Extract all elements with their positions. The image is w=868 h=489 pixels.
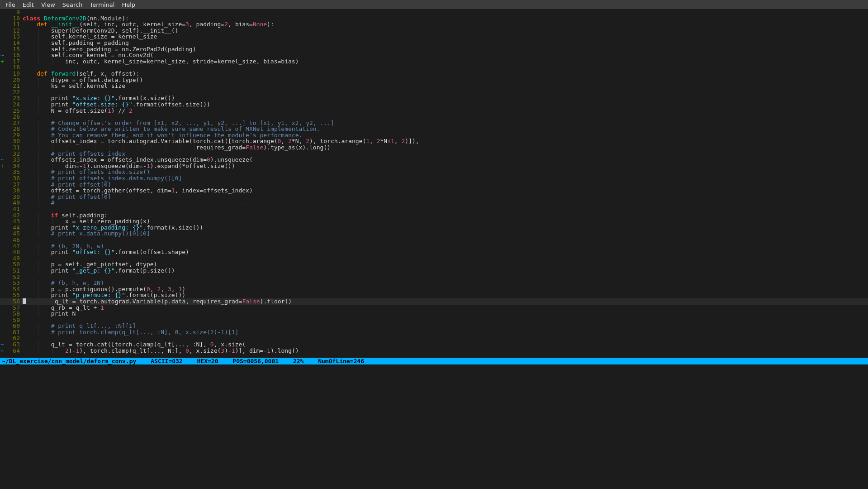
code-content[interactable] [23, 89, 868, 96]
menu-file[interactable]: File [2, 0, 19, 9]
code-content[interactable]: ¦ ¦ 2)-1), torch.clamp(q_lt[..., N:], 0,… [23, 348, 868, 354]
code-line[interactable]: 29 ¦ # You can remove them, and it won't… [0, 132, 868, 139]
code-content[interactable]: ¦ self.kernel_size = kernel_size [23, 34, 868, 40]
code-line[interactable]: 35 ¦ # print offsets_index.size() [0, 169, 868, 175]
code-content[interactable]: ¦ ¦ dim=-1).unsqueeze(dim=-1).expand(*of… [23, 163, 868, 169]
code-line[interactable]: 54 ¦ p = p.contiguous().permute(0, 2, 3,… [0, 286, 868, 292]
code-content[interactable]: ¦ ¦ ¦ ¦ ¦ ¦ ¦ ¦ ¦ ¦ ¦ ¦requires_grad=Fal… [23, 144, 868, 151]
code-line[interactable]: 41 [0, 206, 868, 212]
menu-search[interactable]: Search [59, 0, 86, 9]
code-line[interactable]: 21 ¦ ks = self.kernel_size [0, 83, 868, 89]
code-content[interactable]: def forward(self, x, offset): [23, 71, 868, 77]
code-line[interactable]: +34 ¦ ¦ dim=-1).unsqueeze(dim=-1).expand… [0, 163, 868, 169]
code-content[interactable] [23, 274, 868, 280]
code-line[interactable]: 27 ¦ # Change offset's order from [x1, x… [0, 120, 868, 126]
code-line[interactable]: 18 [0, 64, 868, 71]
code-line[interactable]: 30 ¦ offsets_index = torch.autograd.Vari… [0, 138, 868, 144]
code-content[interactable]: ¦ # (b, h, w, 2N) [23, 280, 868, 286]
code-line[interactable]: 38 ¦ offset = torch.gather(offset, dim=1… [0, 187, 868, 194]
code-line[interactable]: ~16 ¦ self.conv_kernel = nn.Conv2d( [0, 52, 868, 58]
code-line[interactable]: 15 ¦ self.zero_padding = nn.ZeroPad2d(pa… [0, 46, 868, 53]
code-line[interactable]: 24 ¦ print "offset.size: {}".format(offs… [0, 101, 868, 108]
code-line[interactable]: 31 ¦ ¦ ¦ ¦ ¦ ¦ ¦ ¦ ¦ ¦ ¦ ¦requires_grad=… [0, 144, 868, 151]
code-content[interactable]: ¦ ¦ x = self.zero_padding(x) [23, 218, 868, 225]
code-line[interactable]: 60 ¦ # print q_lt[..., :N][1] [0, 323, 868, 329]
code-line[interactable]: 10class DeformConv2D(nn.Module): [0, 15, 868, 22]
code-line[interactable]: 19 def forward(self, x, offset): [0, 71, 868, 77]
code-line[interactable]: 26 [0, 114, 868, 120]
code-content[interactable]: ¦ # print offset[0] [23, 182, 868, 188]
code-content[interactable] [23, 114, 868, 120]
code-line[interactable]: 14 ¦ self.padding = padding [0, 40, 868, 46]
code-content[interactable]: ¦ print "offset.size: {}".format(offset.… [23, 101, 868, 108]
code-line[interactable]: 42 ¦ if self.padding: [0, 212, 868, 219]
code-line[interactable]: ~63 ¦ q_lt = torch.cat([torch.clamp(q_lt… [0, 341, 868, 348]
code-line[interactable]: 20 ¦ dtype = offset.data.type() [0, 77, 868, 83]
code-content[interactable]: ¦ self.zero_padding = nn.ZeroPad2d(paddi… [23, 46, 868, 53]
code-content[interactable]: ¦ offsets_index = torch.autograd.Variabl… [23, 138, 868, 144]
code-line[interactable]: 57 ¦ q_rb = q_lt + 1 [0, 305, 868, 311]
code-content[interactable] [23, 9, 868, 15]
code-content[interactable]: ¦ N = offset.size(1) // 2 [23, 108, 868, 114]
code-line[interactable]: 55 ¦ print "p permute: {}".format(p.size… [0, 292, 868, 298]
code-content[interactable]: ¦ # Change offset's order from [x1, x2, … [23, 120, 868, 126]
code-line[interactable]: 44 ¦ print "x zero_padding: {}".format(x… [0, 225, 868, 231]
code-content[interactable]: ¦ # You can remove them, and it won't in… [23, 132, 868, 139]
code-line[interactable]: 48 ¦ print "offset: {}".format(offset.sh… [0, 249, 868, 255]
code-content[interactable]: ¦ print "_get_p: {}".format(p.size()) [23, 268, 868, 274]
code-content[interactable]: ¦ # print x.data.numpy()[0][0] [23, 230, 868, 237]
code-content[interactable]: ¦ print "p permute: {}".format(p.size()) [23, 292, 868, 298]
editor-viewport[interactable]: 910class DeformConv2D(nn.Module):11 def … [0, 9, 868, 489]
code-line[interactable]: 25 ¦ N = offset.size(1) // 2 [0, 108, 868, 114]
code-line[interactable]: 45 ¦ # print x.data.numpy()[0][0] [0, 230, 868, 237]
code-line[interactable]: 61 ¦ # print torch.clamp(q_lt[..., :N], … [0, 329, 868, 336]
code-content[interactable]: ¦ # print torch.clamp(q_lt[..., :N], 0, … [23, 329, 868, 336]
code-line[interactable]: 40 ¦ # ---------------------------------… [0, 200, 868, 206]
code-content[interactable]: ¦ dtype = offset.data.type() [23, 77, 868, 83]
code-line[interactable]: 50 ¦ p = self._get_p(offset, dtype) [0, 261, 868, 268]
menu-edit[interactable]: Edit [19, 0, 38, 9]
code-content[interactable] [23, 317, 868, 323]
code-content[interactable] [23, 237, 868, 243]
code-line[interactable]: 22 [0, 89, 868, 96]
code-content[interactable]: ¦ q_lt = torch.autograd.Variable(p.data,… [23, 298, 868, 305]
code-content[interactable] [23, 206, 868, 212]
code-content[interactable]: ¦ print "x.size: {}".format(x.size()) [23, 95, 868, 101]
menu-terminal[interactable]: Terminal [86, 0, 118, 9]
code-content[interactable]: ¦ print "x zero_padding: {}".format(x.si… [23, 225, 868, 231]
code-line[interactable]: 62 [0, 335, 868, 341]
code-line[interactable]: 36 ¦ # print offsets_index.data.numpy()[… [0, 175, 868, 182]
code-line[interactable]: 52 [0, 274, 868, 280]
code-content[interactable]: def __init__(self, inc, outc, kernel_siz… [23, 21, 868, 28]
menu-help[interactable]: Help [118, 0, 139, 9]
code-line[interactable]: 58 ¦ print N [0, 311, 868, 317]
code-content[interactable]: ¦ super(DeformConv2D, self).__init__() [23, 28, 868, 34]
code-line[interactable]: 11 def __init__(self, inc, outc, kernel_… [0, 21, 868, 28]
code-content[interactable]: ¦ self.conv_kernel = nn.Conv2d( [23, 52, 868, 58]
code-content[interactable]: ¦ # Codes below are written to make sure… [23, 126, 868, 132]
code-line[interactable]: 13 ¦ self.kernel_size = kernel_size [0, 34, 868, 40]
code-line[interactable]: +17 ¦ ¦ inc, outc, kernel_size=kernel_si… [0, 58, 868, 65]
code-line[interactable]: 23 ¦ print "x.size: {}".format(x.size()) [0, 95, 868, 101]
code-line[interactable]: 32 ¦ # print offsets_index [0, 151, 868, 157]
code-content[interactable]: ¦ # print offsets_index [23, 151, 868, 157]
code-line[interactable]: 37 ¦ # print offset[0] [0, 182, 868, 188]
code-line[interactable]: 53 ¦ # (b, h, w, 2N) [0, 280, 868, 286]
code-content[interactable]: ¦ q_lt = torch.cat([torch.clamp(q_lt[...… [23, 341, 868, 348]
code-content[interactable]: ¦ ks = self.kernel_size [23, 83, 868, 89]
code-content[interactable]: ¦ if self.padding: [23, 212, 868, 219]
code-line[interactable]: 9 [0, 9, 868, 15]
code-content[interactable]: ¦ # print offsets_index.size() [23, 169, 868, 175]
code-line[interactable]: 49 [0, 255, 868, 262]
code-line[interactable]: ~33 ¦ offsets_index = offsets_index.unsq… [0, 157, 868, 163]
code-line[interactable]: 59 [0, 317, 868, 323]
code-content[interactable]: ¦ # ------------------------------------… [23, 200, 868, 206]
code-content[interactable]: ¦ ¦ inc, outc, kernel_size=kernel_size, … [23, 58, 868, 65]
code-line[interactable]: 47 ¦ # (b, 2N, h, w) [0, 243, 868, 249]
code-content[interactable]: ¦ # (b, 2N, h, w) [23, 243, 868, 249]
code-content[interactable]: ¦ # print offset[0] [23, 194, 868, 200]
code-content[interactable]: ¦ offsets_index = offsets_index.unsqueez… [23, 157, 868, 163]
code-content[interactable]: ¦ # print q_lt[..., :N][1] [23, 323, 868, 329]
code-line[interactable]: 43 ¦ ¦ x = self.zero_padding(x) [0, 218, 868, 225]
code-line[interactable]: 39 ¦ # print offset[0] [0, 194, 868, 200]
